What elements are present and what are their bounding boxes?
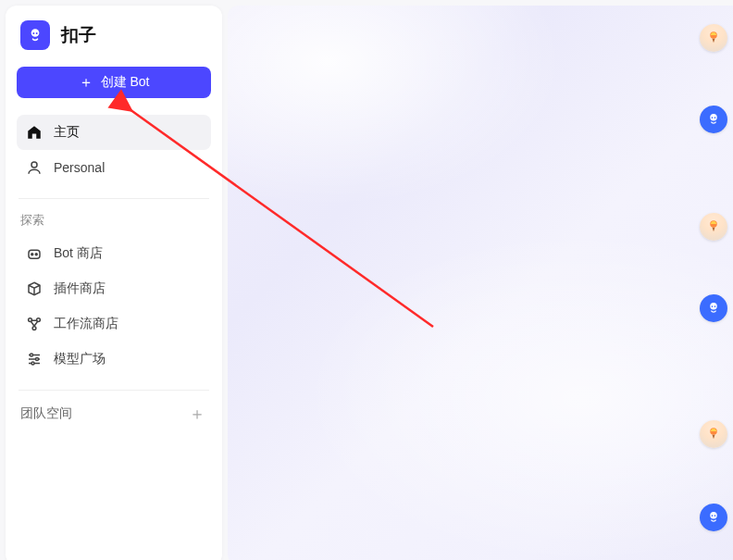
create-bot-label: 创建 Bot xyxy=(101,74,150,91)
sidebar-item-workflow-store[interactable]: 工作流商店 xyxy=(17,306,211,342)
nav-primary: 主页 Personal xyxy=(17,115,211,185)
sidebar-item-label: 模型广场 xyxy=(54,351,106,367)
svg-point-16 xyxy=(714,117,716,118)
team-space-row: 团队空间 ＋ xyxy=(17,404,211,424)
svg-point-2 xyxy=(36,32,38,34)
explore-header: 探索 xyxy=(17,212,211,236)
user-icon xyxy=(26,159,43,176)
create-bot-button[interactable]: ＋ 创建 Bot xyxy=(17,67,211,98)
bot-icon xyxy=(26,245,43,262)
tune-icon xyxy=(26,351,43,367)
sidebar-item-label: 插件商店 xyxy=(54,280,106,297)
add-team-button[interactable]: ＋ xyxy=(187,404,207,424)
sidebar-item-label: 主页 xyxy=(54,124,80,141)
brand-logo-icon xyxy=(20,20,50,50)
sidebar: 扣子 ＋ 创建 Bot 主页 Personal 探索 xyxy=(6,6,222,560)
rail-avatar-balloon[interactable] xyxy=(700,24,727,52)
nav-explore: Bot 商店 插件商店 工作流商店 模型广场 xyxy=(17,236,211,377)
sidebar-item-label: Bot 商店 xyxy=(54,245,103,262)
svg-point-23 xyxy=(712,515,714,516)
cube-icon xyxy=(26,280,43,297)
svg-point-20 xyxy=(714,305,716,307)
sidebar-item-home[interactable]: 主页 xyxy=(17,115,211,150)
sidebar-item-label: 工作流商店 xyxy=(54,316,118,332)
svg-point-19 xyxy=(712,305,714,307)
sidebar-item-bot-store[interactable]: Bot 商店 xyxy=(17,236,211,271)
sidebar-item-label: Personal xyxy=(54,160,105,175)
rail-avatar-balloon[interactable] xyxy=(700,420,727,448)
brand: 扣子 xyxy=(17,19,211,67)
svg-point-10 xyxy=(31,354,33,356)
flow-icon xyxy=(26,316,43,332)
sidebar-item-plugin-store[interactable]: 插件商店 xyxy=(17,271,211,306)
rail-avatar-bot[interactable] xyxy=(700,294,727,322)
sidebar-item-model-square[interactable]: 模型广场 xyxy=(17,342,211,377)
plus-icon: ＋ xyxy=(79,75,93,90)
svg-point-0 xyxy=(31,29,40,37)
main-canvas xyxy=(228,6,733,560)
svg-point-14 xyxy=(710,114,717,121)
sidebar-item-personal[interactable]: Personal xyxy=(17,150,211,185)
team-space-label: 团队空间 xyxy=(20,405,72,422)
svg-point-18 xyxy=(710,303,717,310)
rail-avatar-bot[interactable] xyxy=(700,504,727,531)
brand-name: 扣子 xyxy=(61,23,96,47)
svg-point-3 xyxy=(31,162,37,168)
avatar-rail xyxy=(694,0,733,560)
svg-point-9 xyxy=(32,327,36,330)
svg-point-15 xyxy=(712,117,714,118)
home-icon xyxy=(26,124,43,141)
svg-rect-4 xyxy=(29,250,40,258)
svg-point-22 xyxy=(710,512,717,519)
svg-point-12 xyxy=(31,362,34,365)
rail-avatar-balloon[interactable] xyxy=(700,213,727,241)
svg-point-6 xyxy=(35,254,37,255)
plus-icon: ＋ xyxy=(189,403,205,425)
divider xyxy=(19,390,209,391)
svg-point-1 xyxy=(32,32,34,34)
svg-point-11 xyxy=(36,358,39,361)
svg-point-5 xyxy=(31,254,33,255)
divider xyxy=(19,198,209,199)
svg-point-24 xyxy=(714,515,716,516)
rail-avatar-bot[interactable] xyxy=(700,106,727,133)
